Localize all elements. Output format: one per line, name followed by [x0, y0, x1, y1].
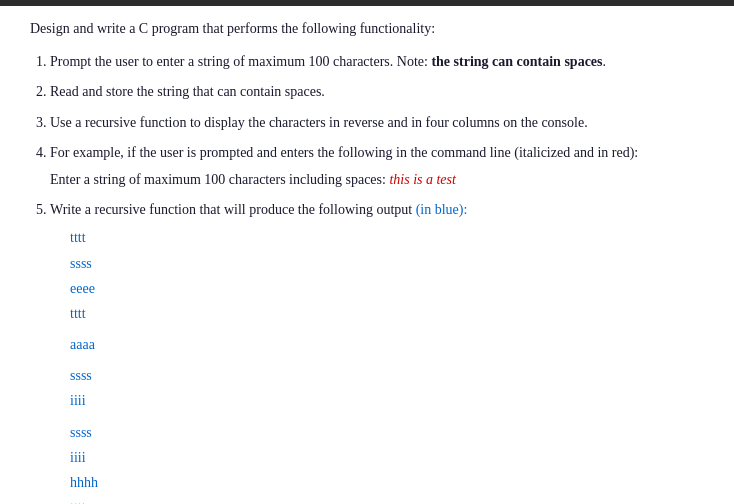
- item1-pre-text: Prompt the user to enter a string of max…: [50, 54, 431, 69]
- main-list: Prompt the user to enter a string of max…: [30, 51, 704, 504]
- list-item-3: Use a recursive function to display the …: [50, 112, 704, 134]
- item1-bold-text: the string can contain spaces: [431, 54, 602, 69]
- item3-text: Use a recursive function to display the …: [50, 115, 588, 130]
- item5-blue-label: (in blue):: [416, 202, 468, 217]
- out-ssss-1: ssss: [70, 251, 704, 276]
- out-eeee: eeee: [70, 276, 704, 301]
- list-item-4: For example, if the user is prompted and…: [50, 142, 704, 191]
- content-area: Design and write a C program that perfor…: [0, 6, 734, 504]
- out-tttt-1: tttt: [70, 225, 704, 250]
- item4-main-text: For example, if the user is prompted and…: [50, 145, 638, 160]
- item5-pre-text: Write a recursive function that will pro…: [50, 202, 416, 217]
- list-item-1: Prompt the user to enter a string of max…: [50, 51, 704, 73]
- item4-example-block: Enter a string of maximum 100 characters…: [50, 169, 704, 191]
- item4-red-text: this is a test: [389, 172, 456, 187]
- out-tttt-2: tttt: [70, 301, 704, 326]
- out-ssss-2: ssss: [70, 363, 704, 388]
- intro-text: Design and write a C program that perfor…: [30, 18, 704, 39]
- list-item-5: Write a recursive function that will pro…: [50, 199, 704, 504]
- out-hhhh: hhhh: [70, 470, 704, 495]
- output-block: tttt ssss eeee tttt aaaa ssss iiii ssss …: [70, 225, 704, 504]
- out-tttt-3: tttt: [70, 495, 704, 504]
- item4-example-prefix: Enter a string of maximum 100 characters…: [50, 172, 389, 187]
- intro-label: Design and write a C program that perfor…: [30, 21, 435, 36]
- out-iiii-2: iiii: [70, 445, 704, 470]
- list-item-2: Read and store the string that can conta…: [50, 81, 704, 103]
- out-aaaa: aaaa: [70, 332, 704, 357]
- out-iiii-1: iiii: [70, 388, 704, 413]
- item1-period: .: [603, 54, 607, 69]
- out-ssss-3: ssss: [70, 420, 704, 445]
- item2-text: Read and store the string that can conta…: [50, 84, 325, 99]
